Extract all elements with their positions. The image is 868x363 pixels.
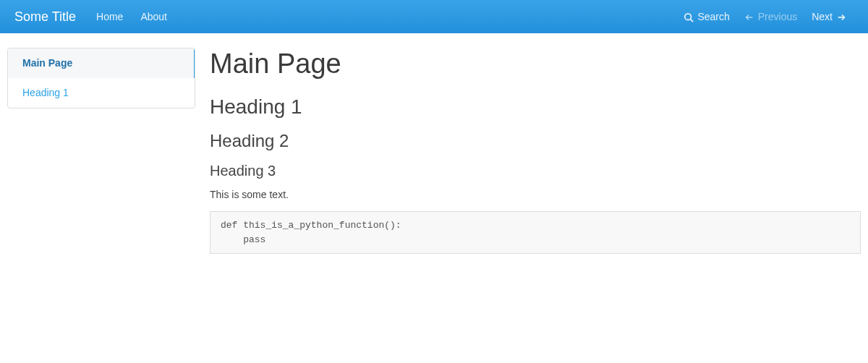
content: Main Page Heading 1 Heading 2 Heading 3 … <box>210 48 861 254</box>
previous-label: Previous <box>758 9 797 25</box>
nav-link-about[interactable]: About <box>133 1 174 33</box>
navbar-left: Some Title Home About <box>14 1 174 33</box>
previous-button: Previous <box>737 1 804 33</box>
arrow-left-icon <box>744 9 754 25</box>
navbar-right: Search Previous Next <box>676 1 854 33</box>
toc-item-main-page[interactable]: Main Page <box>8 48 195 78</box>
svg-line-1 <box>691 19 694 22</box>
search-label: Search <box>697 9 729 25</box>
heading-1: Heading 1 <box>210 92 861 122</box>
page-title: Main Page <box>210 43 861 85</box>
toc-box: Main Page Heading 1 <box>7 48 195 108</box>
next-label: Next <box>812 9 833 25</box>
body-text: This is some text. <box>210 187 861 202</box>
navbar: Some Title Home About Search Previous <box>0 0 868 33</box>
nav-link-home[interactable]: Home <box>89 1 130 33</box>
search-button[interactable]: Search <box>676 1 736 33</box>
toc-item-heading-1[interactable]: Heading 1 <box>8 78 195 108</box>
main-container: Main Page Heading 1 Main Page Heading 1 … <box>7 33 861 254</box>
svg-point-0 <box>685 14 692 20</box>
search-icon <box>684 9 694 25</box>
heading-2: Heading 2 <box>210 128 861 154</box>
code-block: def this_is_a_python_function(): pass <box>210 211 861 254</box>
next-button[interactable]: Next <box>804 1 854 33</box>
arrow-right-icon <box>836 9 846 25</box>
sidebar: Main Page Heading 1 <box>7 48 210 254</box>
brand-title[interactable]: Some Title <box>14 7 86 27</box>
heading-3: Heading 3 <box>210 160 861 182</box>
